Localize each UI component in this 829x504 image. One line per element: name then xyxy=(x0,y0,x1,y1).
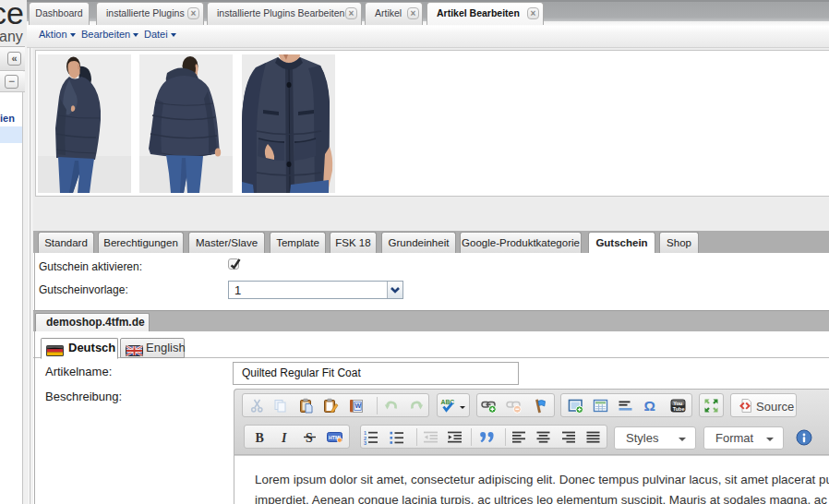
svg-text:W: W xyxy=(354,402,361,409)
svg-text:Tube: Tube xyxy=(673,406,685,412)
svg-text:I: I xyxy=(281,431,287,445)
svg-text:3: 3 xyxy=(364,440,366,445)
svg-text:Ω: Ω xyxy=(644,398,655,414)
svg-text:B: B xyxy=(256,431,264,445)
svg-text:You: You xyxy=(673,401,682,406)
